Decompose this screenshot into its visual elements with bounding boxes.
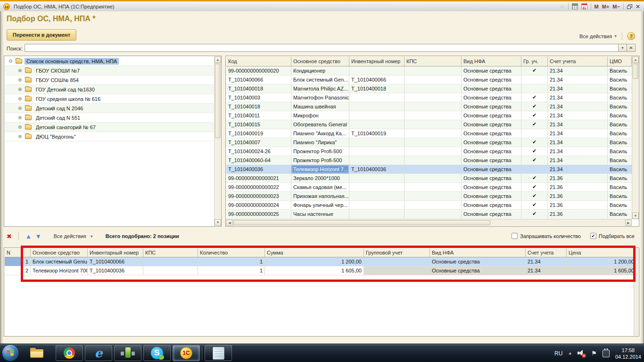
scroll-left-icon[interactable]: ◀ [226, 220, 233, 226]
assets-table-row[interactable]: 99-000000000000023Прихожая напольная...О… [226, 192, 632, 201]
assets-cell[interactable]: Магнитола Philipc AZ... [291, 84, 349, 93]
assets-cell[interactable] [521, 165, 548, 173]
memory-button[interactable]: М [594, 4, 599, 9]
search-dropdown-button[interactable]: ▼ [619, 44, 627, 52]
assets-cell[interactable]: 21.34 [548, 165, 608, 173]
assets-cell[interactable]: 21.34 [548, 111, 608, 120]
assets-cell[interactable]: 21.34 [548, 147, 608, 156]
assets-cell[interactable]: Т_101040003 [226, 93, 291, 102]
picked-cell[interactable]: Т_1010400036 [88, 266, 143, 275]
scroll-down-icon[interactable]: ▼ [632, 213, 639, 219]
assets-table-row[interactable]: 99-000000000000024Фонарь уличный чер...О… [226, 201, 632, 210]
assets-cell[interactable]: Т_1010400019 [349, 129, 405, 138]
assets-cell[interactable]: 21.36 [548, 183, 608, 191]
assets-cell[interactable]: Т_101040007 [226, 138, 291, 147]
assets-cell[interactable]: Василь [608, 183, 632, 191]
expander-icon[interactable]: ⊕ [18, 87, 24, 92]
hidden-icons-arrow-icon[interactable]: ▲ [568, 351, 572, 355]
assets-cell[interactable]: Василь [608, 111, 632, 120]
assets-cell[interactable]: ✔ [521, 66, 548, 75]
assets-cell[interactable] [405, 147, 462, 156]
picked-column-header[interactable]: КПС [143, 248, 198, 257]
start-button[interactable] [2, 345, 18, 361]
assets-cell[interactable]: Т_1010400018 [226, 84, 291, 93]
assets-cell[interactable]: 21.36 [548, 210, 608, 218]
assets-cell[interactable]: Василь [608, 210, 632, 218]
picked-cell[interactable] [5, 257, 22, 266]
assets-cell[interactable]: 21.36 [548, 201, 608, 209]
assets-table-row[interactable]: 99-000000000000022Скамья садовая (ме...О… [226, 183, 632, 192]
assets-column-header[interactable]: Счет учета [548, 57, 608, 66]
tree-item[interactable]: ⊕Детский сад N 551 [5, 113, 214, 123]
picked-cell[interactable] [143, 257, 198, 266]
assets-cell[interactable]: Обогреватель General [291, 120, 349, 129]
help-button[interactable]: ? [627, 32, 635, 40]
assets-cell[interactable]: Прожектор Profi-500 [291, 156, 349, 165]
assets-cell[interactable]: Василь [608, 174, 632, 182]
all-actions-bottom-label[interactable]: Все действия [54, 233, 86, 239]
assets-cell[interactable] [405, 192, 462, 200]
tree-vertical-scrollbar[interactable]: ▲ ▼ [214, 57, 221, 226]
picked-column-header[interactable] [22, 248, 31, 257]
action-center-flag-icon[interactable]: ⚑ [591, 350, 597, 357]
assets-cell[interactable]: ✔ [521, 192, 548, 200]
assets-column-header[interactable]: КПС [405, 57, 462, 66]
tree-item[interactable]: ⊕Детский санаторий № 67 [5, 123, 214, 132]
picked-cell[interactable] [143, 266, 198, 275]
assets-cell[interactable]: Магнитофон Panasonic [291, 93, 349, 102]
assets-cell[interactable] [405, 66, 462, 75]
assets-column-header[interactable]: ЦМО [608, 57, 632, 66]
picked-column-header[interactable]: Цена [567, 248, 636, 257]
assets-cell[interactable]: Основные средства [462, 129, 521, 138]
picked-cell[interactable]: Основные средства [430, 266, 526, 275]
assets-cell[interactable] [405, 201, 462, 209]
assets-cell[interactable]: ✔ [521, 120, 548, 129]
assets-cell[interactable]: Василь [608, 93, 632, 102]
picked-cell[interactable]: 1 605,00 [567, 266, 634, 275]
assets-table-row[interactable]: Т_1010400066Блок системный Gen...Т_10104… [226, 75, 632, 84]
expander-icon[interactable]: ⊕ [18, 115, 24, 120]
picked-cell[interactable]: Основные средства [430, 257, 526, 266]
assets-cell[interactable]: 99-000000000000022 [226, 183, 291, 191]
assets-cell[interactable] [349, 156, 405, 165]
assets-cell[interactable] [405, 102, 462, 111]
assets-cell[interactable] [349, 138, 405, 147]
tree-item[interactable]: ⊕ГОУ средняя школа № 616 [5, 94, 214, 104]
tree-item[interactable]: ⊕ГБОУ СОШ№ 854 [5, 75, 214, 85]
assets-cell[interactable]: Основные средства [462, 210, 521, 218]
assets-cell[interactable]: Пианино "Лирика" [291, 138, 349, 147]
tree-item[interactable]: ⊕ГОУ Детский сад №1630 [5, 85, 214, 94]
picked-cell[interactable]: 1 [198, 266, 265, 275]
assets-cell[interactable]: Телевизор Horizont 7... [291, 165, 349, 173]
assets-cell[interactable]: Т_1010400036 [349, 165, 405, 173]
assets-cell[interactable] [349, 120, 405, 129]
restore-window-icon[interactable] [627, 4, 632, 9]
assets-table-row[interactable]: 99-000000000000020КондиционерОсновные ср… [226, 66, 632, 75]
assets-cell[interactable]: Василь [608, 165, 632, 173]
assets-cell[interactable]: Василь [608, 147, 632, 156]
assets-cell[interactable]: 21.34 [548, 120, 608, 129]
assets-cell[interactable]: Т_101040011 [226, 111, 291, 120]
assets-cell[interactable]: Основные средства [462, 183, 521, 191]
assets-cell[interactable]: ✔ [521, 210, 548, 218]
assets-column-header[interactable]: Гр. уч. [521, 57, 548, 66]
picked-cell[interactable]: 2 [22, 266, 31, 275]
pick-all-checkbox[interactable]: ✔ [590, 233, 596, 239]
assets-cell[interactable]: Основные средства [462, 111, 521, 120]
assets-cell[interactable]: 21.34 [548, 102, 608, 111]
assets-cell[interactable]: Т_101040018 [226, 102, 291, 111]
assets-cell[interactable]: Основные средства [462, 165, 521, 173]
assets-cell[interactable] [349, 174, 405, 182]
scroll-up-icon[interactable]: ▲ [215, 57, 221, 63]
assets-cell[interactable]: ✔ [521, 93, 548, 102]
assets-cell[interactable]: Т_1010400018 [349, 84, 405, 93]
taskbar-skype-button[interactable]: S [143, 345, 171, 361]
assets-horizontal-scrollbar[interactable]: ◀ ▶ [226, 219, 632, 226]
assets-cell[interactable]: Т_1010400066 [349, 75, 405, 84]
assets-cell[interactable] [405, 75, 462, 84]
assets-cell[interactable] [349, 66, 405, 75]
assets-cell[interactable]: ✔ [521, 138, 548, 147]
assets-cell[interactable]: Фонарь уличный чер... [291, 201, 349, 209]
assets-cell[interactable] [405, 138, 462, 147]
assets-table-row[interactable]: Т_101040011МикрофонОсновные средства✔21.… [226, 111, 632, 120]
